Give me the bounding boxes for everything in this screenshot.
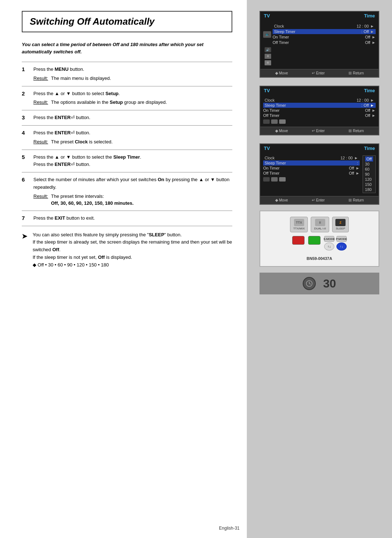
svg-line-2 [309,284,311,284]
side-icon-9 [279,177,286,182]
time-label-1: Time [364,13,375,19]
dual-icon: II [315,219,325,226]
time-label-2: Time [364,88,375,93]
page-number-area: 30 [260,273,379,294]
result-text-6: The preset time intervals: Off, 30, 60, … [51,193,134,207]
bullet-intervals: ◆ Off • 30 • 60 • 90 • 120 • 150 • 180 [33,262,109,268]
footer-enter-3: ↵ Enter [312,198,325,203]
side-icon-6 [279,119,286,124]
dropdown-120: 120 [365,177,373,182]
move-icon-1: ◆ [275,71,278,76]
tv-panel-1-body: 📺 Clock 12 : 00 ► Sleep Timer [260,20,379,69]
side-icon-8 [271,177,278,182]
step-number-5: 5 [22,154,28,160]
clock-row-3: Clock 12 : 00 ► [263,155,360,160]
tv-panel-3-footer: ◆ Move ↵ Enter ⊞ Return [260,196,379,204]
off-timer-row-2: Off Timer Off ► [263,113,376,118]
dropdown-off: Off [365,156,373,162]
ttxmix-button[interactable]: TTX TTX/MIX [290,217,308,232]
sleep-timer-value-1: : Off ► [362,29,374,34]
result-text-1: The main menu is displayed. [51,75,111,82]
blue-nav-button[interactable]: ↑↓ [336,242,347,250]
return-icon-1: ⊞ [348,71,352,76]
result-label-2: Result: [33,99,48,106]
step-number-6: 6 [22,176,28,183]
sidebar: TV Time 📺 Clock 12 : 00 ► [247,0,392,538]
step-3: 3 Press the ENTER⏎ button. [22,110,232,126]
tv-panel-1-header: TV Time [260,12,379,20]
dropdown-90: 90 [365,172,373,177]
step-2: 2 Press the ▲ or ▼ button to select Setu… [22,86,232,111]
remote-top-buttons: TTX TTX/MIX II DUAL I-II Z SLEEP [290,217,349,232]
sleep-timer-row-2: Sleep Timer : Off ► [263,103,376,108]
footer-move-2: ◆ Move [275,129,288,133]
result-label-4: Result: [33,138,48,146]
main-content: Switching Off Automatically You can sele… [0,0,247,538]
side-icon-4 [263,119,270,124]
step-number-7: 7 [22,215,28,221]
clock-label-2: Clock [265,98,275,102]
footer-enter-1: ↵ Enter [312,71,325,76]
footer-enter-2: ↵ Enter [312,129,325,133]
tv-panel-2: TV Time Clock 12 : 00 ► Sleep Timer : Of… [260,86,379,135]
tv-menu-row-1: 📺 Clock 12 : 00 ► Sleep Timer [260,21,379,68]
footer-return-1: ⊞ Return [348,71,364,76]
step-4: 4 Press the ENTER⏎ button. Result: The p… [22,126,232,150]
tv-panel-1-footer: ◆ Move ↵ Enter ⊞ Return [260,69,379,77]
clock-row-1: Clock 12 : 00 ► [273,24,376,29]
green-button[interactable] [308,236,320,245]
tv-icon-clock: 📺 [263,31,271,38]
footer-return-2: ⊞ Return [348,129,364,133]
tv-panel-3-menu: Clock 12 : 00 ► Sleep Timer : On Timer O… [263,155,360,193]
smode-button[interactable]: S.MODE [324,236,334,242]
page-footer: English-31 [219,526,240,531]
dual-button[interactable]: II DUAL I-II [311,217,329,232]
step-content-2: Press the ▲ or ▼ button to select Setup.… [33,90,232,107]
result-text-4: The preset Clock is selected. [51,138,113,146]
tv-label-1: TV [264,13,270,19]
dropdown-30: 30 [365,162,373,167]
nav-button[interactable]: ↑↓ [324,242,334,250]
footer-return-3: ⊞ Return [348,198,364,203]
step-content-5: Press the ▲ or ▼ button to select the Sl… [33,154,232,169]
sleep-icon: Z [335,219,346,226]
tip-arrow-icon: ➤ [22,231,29,269]
pmode-button[interactable]: P.MODE [336,236,347,242]
sleep-label: SLEEP [336,227,345,230]
side-icon-7 [263,177,270,182]
red-button[interactable] [292,236,305,245]
step-1: 1 Press the MENU button. Result: The mai… [22,62,232,86]
page-title: Switching Off Automatically [30,16,224,27]
tv-panel-3-body: Clock 12 : 00 ► Sleep Timer : On Timer O… [260,152,379,196]
page-circle-icon [303,277,316,290]
tv-panel-2-footer: ◆ Move ↵ Enter ⊞ Return [260,127,379,135]
side-icon-3: ⊞ [265,60,271,65]
step-7: 7 Press the EXIT button to exit. [22,211,232,226]
sleep-timer-row-3: Sleep Timer : [263,160,360,166]
sleep-timer-dropdown: Off 30 60 90 120 150 180 [363,155,376,193]
dropdown-180: 180 [365,187,373,192]
step-content-7: Press the EXIT button to exit. [33,215,232,222]
time-intervals: Off, 30, 60, 90, 120, 150, 180 minutes. [51,200,134,206]
tv-label-2: TV [264,88,270,93]
tv-panel-3-header: TV Time [260,144,379,152]
step-content-6: Select the number of minutes after which… [33,176,232,207]
ttxmix-icon: TTX [294,219,304,226]
on-timer-row-3: On Timer Off ► [263,166,360,171]
step-content-1: Press the MENU button. Result: The main … [33,66,232,82]
enter-icon-1: ↵ [312,71,315,76]
on-timer-row-2: On Timer Off ► [263,108,376,113]
sleep-button[interactable]: Z SLEEP [332,217,349,232]
dual-label: DUAL I-II [314,227,326,230]
step-content-4: Press the ENTER⏎ button. Result: The pre… [33,129,232,146]
side-icon-5 [271,119,278,124]
tv-panel-3: TV Time Clock 12 : 00 ► Sleep Timer : [260,143,379,205]
step-number-2: 2 [22,90,28,97]
clock-value-1: 12 : 00 ► [356,24,374,28]
clock-label-1: Clock [274,24,284,28]
clock-icon [306,280,313,287]
tv-label-3: TV [264,146,270,151]
result-label-1: Result: [33,75,48,82]
side-icon-1: 🔊 [265,47,271,52]
off-timer-row-1: Off Timer Off ► [273,40,376,45]
